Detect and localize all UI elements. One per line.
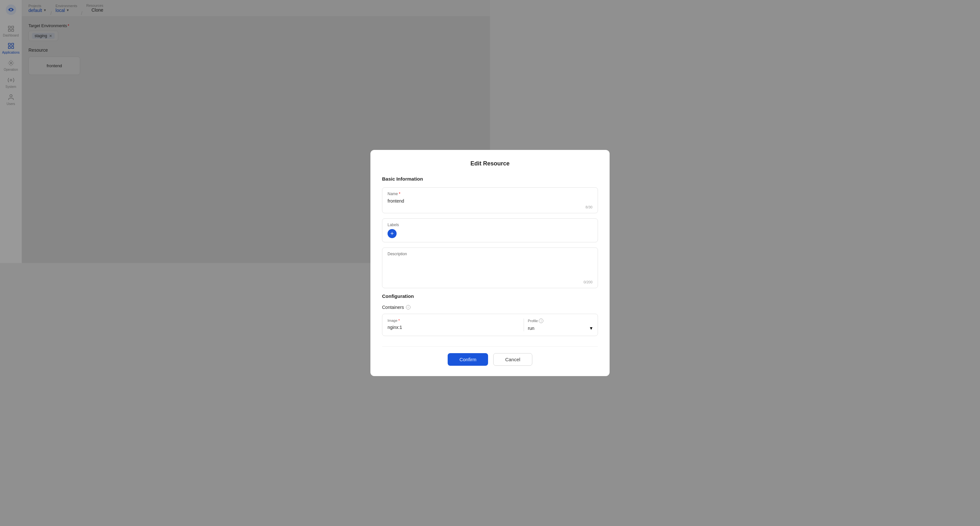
name-input[interactable] xyxy=(388,199,490,203)
modal-title: Edit Resource xyxy=(382,160,490,167)
add-label-button[interactable]: + xyxy=(388,229,396,238)
description-label: Description xyxy=(388,252,490,256)
description-input[interactable] xyxy=(388,258,490,263)
labels-field-container: Labels + xyxy=(382,218,490,242)
name-label: Name * xyxy=(388,192,490,196)
name-char-count: 8/30 xyxy=(388,205,490,209)
description-field-container: Description 0/200 xyxy=(382,248,490,263)
name-required-star: * xyxy=(399,192,401,196)
edit-resource-modal: Edit Resource Basic Information Name * 8… xyxy=(371,150,490,263)
basic-info-title: Basic Information xyxy=(382,176,490,181)
modal-overlay: Edit Resource Basic Information Name * 8… xyxy=(0,0,490,263)
name-field-container: Name * 8/30 xyxy=(382,188,490,213)
labels-label: Labels xyxy=(388,222,490,227)
